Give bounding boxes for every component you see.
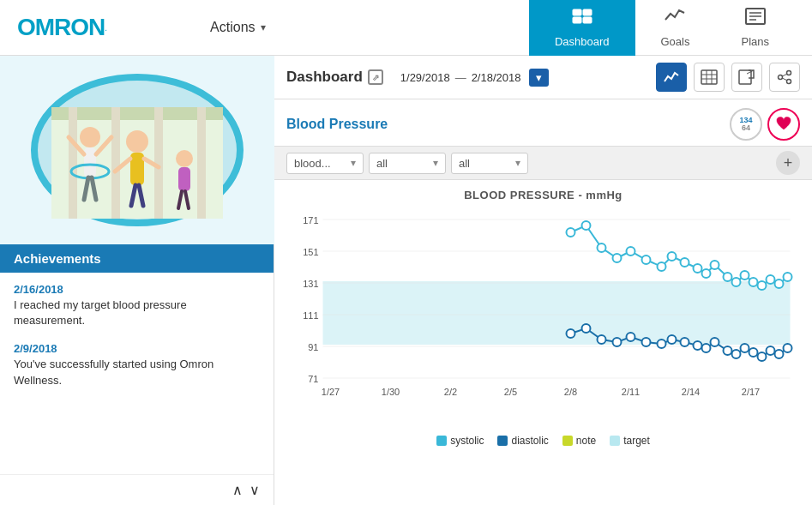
date-range-dropdown[interactable]: ▾ — [529, 69, 549, 87]
svg-point-88 — [613, 338, 622, 346]
actions-label: Actions — [210, 20, 255, 35]
export-button[interactable] — [731, 63, 762, 92]
legend-target-dot — [610, 436, 620, 446]
achievement-date-1: 2/16/2018 — [14, 283, 260, 296]
filter-type-dropdown[interactable]: blood... ▾ — [286, 153, 364, 174]
svg-rect-32 — [701, 70, 717, 84]
svg-text:2/5: 2/5 — [504, 387, 517, 397]
filter-type-value: blood... — [294, 157, 331, 170]
svg-text:171: 171 — [303, 215, 318, 225]
svg-point-71 — [658, 262, 666, 271]
filter-add-button[interactable]: + — [776, 151, 800, 175]
svg-rect-50 — [323, 281, 791, 345]
svg-point-66 — [582, 221, 591, 230]
tab-dashboard-label: Dashboard — [555, 35, 610, 48]
svg-point-41 — [779, 75, 783, 80]
dashboard-title: Dashboard ⇗ — [286, 69, 383, 86]
svg-text:151: 151 — [303, 247, 318, 257]
filter-2-chevron-icon: ▾ — [515, 157, 520, 169]
filter-row: blood... ▾ all ▾ all ▾ + — [274, 147, 812, 180]
plans-icon — [744, 7, 767, 33]
svg-text:2/11: 2/11 — [622, 387, 640, 397]
svg-point-80 — [749, 278, 758, 286]
profile-image-container — [0, 56, 274, 244]
legend-systolic-label: systolic — [450, 435, 484, 447]
svg-point-82 — [767, 275, 775, 284]
chart-title: BLOOD PRESSURE - mmHg — [286, 189, 800, 201]
tab-plans[interactable]: Plans — [715, 0, 795, 56]
svg-point-65 — [567, 228, 575, 237]
date-dropdown-chevron-icon: ▾ — [536, 71, 542, 84]
logo-dot: . — [105, 23, 107, 33]
filter-1-value: all — [376, 157, 388, 170]
people-illustration — [26, 73, 249, 227]
svg-text:2/14: 2/14 — [682, 387, 700, 397]
tab-goals[interactable]: Goals — [635, 0, 716, 56]
svg-point-89 — [627, 333, 635, 341]
next-arrow-button[interactable]: ∨ — [250, 482, 260, 498]
svg-point-102 — [767, 346, 775, 355]
date-range: 1/29/2018 — 2/18/2018 — [400, 71, 521, 84]
svg-point-76 — [711, 261, 719, 269]
tab-dashboard[interactable]: Dashboard — [529, 0, 635, 56]
logo: OMRON. — [17, 14, 107, 41]
svg-point-90 — [642, 338, 651, 346]
main-nav: Dashboard Goals Plans — [529, 0, 795, 56]
filter-2-dropdown[interactable]: all ▾ — [451, 153, 528, 174]
achievement-date-2: 2/9/2018 — [14, 342, 260, 355]
svg-point-94 — [694, 341, 702, 350]
popup-icon[interactable]: ⇗ — [368, 69, 383, 85]
legend-note: note — [562, 435, 596, 447]
svg-point-85 — [567, 329, 575, 338]
chart-legend: systolic diastolic note target — [286, 430, 800, 454]
svg-text:131: 131 — [303, 279, 318, 289]
svg-point-98 — [732, 350, 741, 358]
line-chart-icon — [663, 69, 680, 85]
blood-pressure-title: Blood Pressure — [286, 117, 730, 132]
svg-point-40 — [787, 80, 791, 84]
bp-reading-button[interactable]: 13464 — [730, 108, 762, 141]
svg-rect-29 — [178, 167, 190, 191]
svg-point-70 — [642, 256, 651, 264]
svg-point-22 — [126, 130, 148, 153]
legend-note-label: note — [576, 435, 596, 447]
date-end: 2/18/2018 — [472, 71, 521, 84]
table-icon — [701, 69, 718, 85]
table-view-button[interactable] — [694, 63, 725, 92]
legend-diastolic-label: diastolic — [511, 435, 548, 447]
legend-diastolic: diastolic — [497, 435, 548, 447]
tab-plans-label: Plans — [741, 35, 769, 48]
achievement-text-1: I reached my target blood pressure measu… — [14, 298, 260, 328]
svg-rect-3 — [583, 17, 592, 23]
line-chart-button[interactable] — [656, 63, 687, 92]
chart-area: BLOOD PRESSURE - mmHg 171 151 131 111 91… — [274, 180, 812, 505]
actions-button[interactable]: Actions ▾ — [210, 20, 265, 35]
left-panel: Achievements 2/16/2018 I reached my targ… — [0, 56, 274, 505]
export-icon — [738, 69, 755, 85]
svg-point-28 — [176, 150, 193, 167]
svg-point-78 — [732, 278, 741, 286]
right-panel: Dashboard ⇗ 1/29/2018 — 2/18/2018 ▾ — [274, 56, 812, 505]
svg-point-75 — [702, 269, 711, 278]
svg-point-74 — [694, 264, 702, 273]
logo-text: OMRON — [17, 14, 105, 41]
svg-point-97 — [724, 346, 732, 355]
filter-2-value: all — [459, 157, 470, 170]
svg-rect-23 — [130, 153, 144, 185]
achievement-item-2: 2/9/2018 You've successfully started usi… — [14, 342, 260, 388]
svg-point-72 — [668, 252, 677, 261]
filter-1-dropdown[interactable]: all ▾ — [369, 153, 446, 174]
prev-arrow-button[interactable]: ∧ — [232, 482, 243, 498]
tab-goals-label: Goals — [661, 35, 690, 48]
main-content: Achievements 2/16/2018 I reached my targ… — [0, 56, 812, 505]
svg-rect-14 — [197, 107, 206, 219]
heart-rate-button[interactable] — [767, 108, 800, 141]
svg-point-77 — [724, 273, 732, 281]
svg-line-43 — [782, 78, 787, 81]
achievements-content: 2/16/2018 I reached my target blood pres… — [0, 273, 274, 474]
filter-add-icon: + — [784, 154, 793, 172]
heart-rate-icon — [775, 117, 792, 132]
svg-point-96 — [711, 338, 719, 346]
actions-chevron-icon: ▾ — [261, 21, 266, 33]
share-button[interactable] — [769, 63, 800, 92]
